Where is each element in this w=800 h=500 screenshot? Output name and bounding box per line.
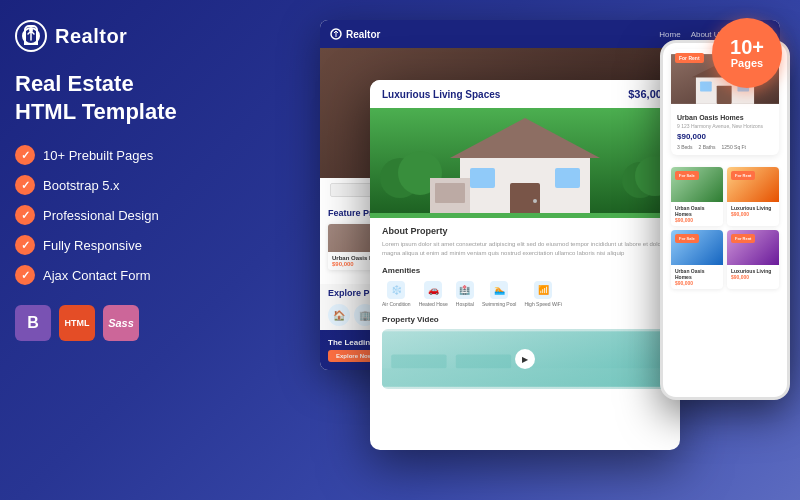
svg-point-10 [533, 199, 537, 203]
pool-label: Swimming Pool [482, 301, 516, 307]
wifi-label: High Speed WiFi [524, 301, 562, 307]
heated-icon: 🚗 [424, 281, 442, 299]
for-rent-tag: For Rent [675, 53, 704, 63]
hospital-label: Hospital [456, 301, 474, 307]
svg-rect-14 [435, 183, 465, 203]
tech-badges: B HTML Sass [15, 305, 185, 341]
check-icon-2: ✓ [15, 175, 35, 195]
mobile-grid-price-1: $90,000 [675, 217, 719, 223]
main-property-card: Luxurious Living Spaces $36,000 [370, 80, 680, 450]
ac-icon: ❄️ [387, 281, 405, 299]
mobile-grid-tag-3: For Sale [675, 234, 699, 243]
heated-label: Heated Hose [419, 301, 448, 307]
wifi-icon: 📶 [534, 281, 552, 299]
check-icon-3: ✓ [15, 205, 35, 225]
mobile-grid-info-3: Urban Oasis Homes $90,000 [671, 265, 723, 289]
logo-area: Realtor [15, 20, 185, 52]
svg-rect-24 [700, 81, 712, 91]
main-title: Real Estate HTML Template [15, 70, 185, 125]
mobile-feat-baths: 2 Baths [699, 144, 716, 150]
pages-number: 10+ [730, 37, 764, 57]
mobile-card-info: Urban Oasis Homes 9 123 Harmony Avenue, … [671, 109, 779, 155]
mobile-grid-tag-2: For Rent [731, 171, 755, 180]
main-card-image [370, 108, 680, 218]
check-icon-4: ✓ [15, 235, 35, 255]
pool-icon: 🏊 [490, 281, 508, 299]
html-badge: HTML [59, 305, 95, 341]
amenity-hospital: 🏥 Hospital [456, 281, 474, 307]
feature-item-1: ✓ 10+ Prebuilt Pages [15, 145, 185, 165]
feature-item-2: ✓ Bootstrap 5.x [15, 175, 185, 195]
ac-label: Air Condition [382, 301, 411, 307]
mobile-property-grid: For Sale Urban Oasis Homes $90,000 For R… [663, 161, 787, 295]
main-card-body: About Property Lorem ipsum dolor sit ame… [370, 218, 680, 397]
mobile-grid-price-3: $90,000 [675, 280, 719, 286]
mobile-grid-card-3: For Sale Urban Oasis Homes $90,000 [671, 230, 723, 289]
mobile-grid-img-3: For Sale [671, 230, 723, 265]
amenity-ac: ❄️ Air Condition [382, 281, 411, 307]
mobile-grid-card-4: For Rent Luxurious Living $90,000 [727, 230, 779, 289]
feature-item-5: ✓ Ajax Contact Form [15, 265, 185, 285]
amenity-pool: 🏊 Swimming Pool [482, 281, 516, 307]
about-text: Lorem ipsum dolor sit amet consectetur a… [382, 240, 668, 258]
desktop-logo-small: Realtor [330, 28, 380, 40]
screens-container: Realtor Home About Us Properties Our Com… [180, 0, 800, 500]
property-video: ▶ [382, 329, 668, 389]
check-icon-1: ✓ [15, 145, 35, 165]
nav-home: Home [659, 30, 680, 39]
mobile-grid-info-1: Urban Oasis Homes $90,000 [671, 202, 723, 226]
mobile-card-address: 9 123 Harmony Avenue, New Horizons [677, 123, 773, 129]
logo-icon [15, 20, 47, 52]
mobile-feat-area: 1250 Sq Ft [722, 144, 746, 150]
mobile-grid-info-4: Luxurious Living $90,000 [727, 265, 779, 283]
amenity-wifi: 📶 High Speed WiFi [524, 281, 562, 307]
left-panel: Realtor Real Estate HTML Template ✓ 10+ … [0, 0, 200, 500]
mobile-mockup: For Rent Urban Oasis Homes 9 123 Harmony… [660, 40, 790, 400]
main-card-header: Luxurious Living Spaces $36,000 [370, 80, 680, 108]
mobile-grid-card-1: For Sale Urban Oasis Homes $90,000 [671, 167, 723, 226]
video-title: Property Video [382, 315, 668, 324]
mobile-card-title: Urban Oasis Homes [677, 114, 773, 121]
svg-point-0 [23, 28, 39, 44]
mobile-grid-title-1: Urban Oasis Homes [675, 205, 719, 217]
mobile-card-price: $90,000 [677, 132, 773, 141]
type-house: 🏠 [328, 304, 350, 326]
mobile-grid-tag-1: For Sale [675, 171, 699, 180]
feature-item-4: ✓ Fully Responsive [15, 235, 185, 255]
mobile-grid-card-2: For Rent Luxurious Living $90,000 [727, 167, 779, 226]
mobile-card-features: 3 Beds 2 Baths 1250 Sq Ft [677, 144, 773, 150]
hospital-icon: 🏥 [456, 281, 474, 299]
pages-badge: 10+ Pages [712, 18, 782, 88]
amenity-heated: 🚗 Heated Hose [419, 281, 448, 307]
mobile-feat-beds: 3 Beds [677, 144, 693, 150]
sass-badge: Sass [103, 305, 139, 341]
mobile-grid-img-1: For Sale [671, 167, 723, 202]
mobile-grid-price-4: $90,000 [731, 274, 775, 280]
mobile-grid-img-2: For Rent [727, 167, 779, 202]
about-title: About Property [382, 226, 668, 236]
svg-rect-23 [717, 86, 732, 104]
svg-rect-15 [370, 213, 680, 218]
house-svg [370, 108, 680, 218]
check-icon-5: ✓ [15, 265, 35, 285]
mobile-grid-price-2: $90,000 [731, 211, 775, 217]
pages-label: Pages [731, 57, 763, 69]
amenities-title: Amenities [382, 266, 668, 275]
mobile-grid-title-3: Urban Oasis Homes [675, 268, 719, 280]
main-card-title: Luxurious Living Spaces [382, 89, 500, 100]
play-button[interactable]: ▶ [515, 349, 535, 369]
svg-rect-11 [470, 168, 495, 188]
mobile-grid-info-2: Luxurious Living $90,000 [727, 202, 779, 220]
amenities-row: ❄️ Air Condition 🚗 Heated Hose 🏥 Hospita… [382, 281, 668, 307]
mobile-grid-tag-4: For Rent [731, 234, 755, 243]
features-list: ✓ 10+ Prebuilt Pages ✓ Bootstrap 5.x ✓ P… [15, 145, 185, 285]
bootstrap-badge: B [15, 305, 51, 341]
mobile-grid-img-4: For Rent [727, 230, 779, 265]
feature-item-3: ✓ Professional Design [15, 205, 185, 225]
logo-text: Realtor [55, 25, 127, 48]
svg-rect-12 [555, 168, 580, 188]
